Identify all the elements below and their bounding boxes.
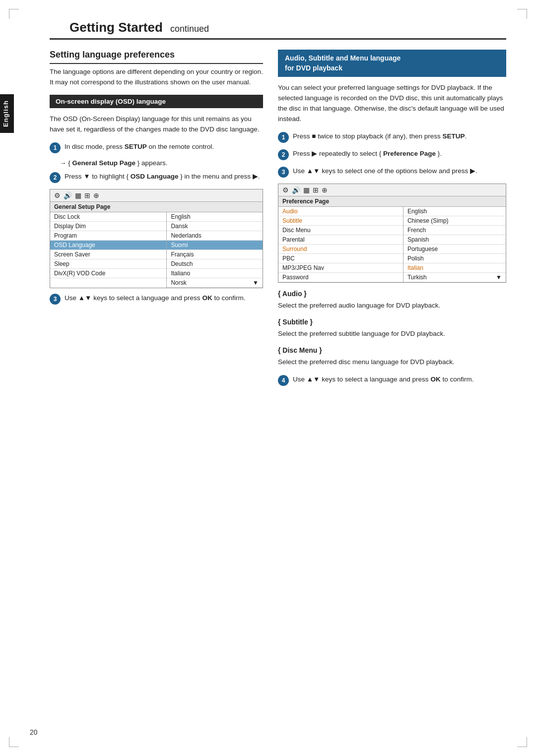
left-step-2: 2 Press ▼ to highlight { OSD Language } … xyxy=(50,172,263,183)
pref-row-password: Password xyxy=(278,273,403,282)
disc-menu-subsection-text: Select the preferred disc menu language … xyxy=(278,357,506,368)
pref-val-english: English xyxy=(403,207,506,216)
table-row: Deutsch xyxy=(167,259,263,269)
pref-val-spanish: Spanish xyxy=(403,235,506,245)
step-num-1: 1 xyxy=(50,142,61,153)
table-row: English xyxy=(167,212,263,222)
pref-val-chinese: Chinese (Simp) xyxy=(403,216,506,226)
pref-row-parental: Parental xyxy=(278,235,403,245)
right-step-num-2: 2 xyxy=(278,149,289,160)
osd-section-header: On-screen display (OSD) language xyxy=(50,95,263,108)
left-step-1: 1 In disc mode, press SETUP on the remot… xyxy=(50,142,263,153)
page-title: Getting Started continued xyxy=(50,20,209,35)
right-step-2: 2 Press ▶ repeatedly to select { Prefere… xyxy=(278,149,506,160)
table-row: Norsk ▼ xyxy=(167,278,263,288)
pref-table-left: Audio Subtitle Disc Menu Parental Surrou… xyxy=(278,207,403,282)
table-rows: Disc Lock Display Dim Program OSD Langua… xyxy=(50,212,263,288)
table-right-items: English Dansk Nederlands Suomi Français … xyxy=(167,212,263,288)
pref-icon-settings: ⚙ xyxy=(282,186,289,194)
audio-subsection-text: Select the preferred audio language for … xyxy=(278,301,506,311)
pref-val-french: French xyxy=(403,226,506,235)
left-intro-text: The language options are different depen… xyxy=(50,67,263,88)
left-step-3: 3 Use ▲▼ keys to select a language and p… xyxy=(50,293,263,305)
table-row: DivX(R) VOD Code xyxy=(50,269,166,278)
icon-settings: ⚙ xyxy=(54,191,61,199)
disc-menu-subsection-label: { Disc Menu } xyxy=(278,346,506,354)
right-step-3: 3 Use ▲▼ keys to select one of the optio… xyxy=(278,166,506,178)
pref-icon-grid2: ⊞ xyxy=(313,186,319,194)
pref-row-surround: Surround xyxy=(278,245,403,254)
pref-row-disc-menu: Disc Menu xyxy=(278,226,403,235)
pref-row-mp3: MP3/JPEG Nav xyxy=(278,263,403,273)
right-intro-text: You can select your preferred language s… xyxy=(278,83,506,125)
pref-icon-grid1: ▦ xyxy=(303,186,310,194)
left-column: Setting language preferences The languag… xyxy=(50,50,263,392)
pref-row-pbc: PBC xyxy=(278,254,403,263)
subtitle-subsection-label: { Subtitle } xyxy=(278,318,506,326)
pref-val-portuguese: Portuguese xyxy=(403,245,506,254)
table-row: Program xyxy=(50,231,166,241)
table-row-suomi: Suomi xyxy=(167,241,263,250)
right-column: Audio, Subtitle and Menu language for DV… xyxy=(278,50,506,392)
general-setup-label: General Setup Page xyxy=(50,202,263,212)
icon-plus: ⊕ xyxy=(93,191,99,199)
right-step-num-1: 1 xyxy=(278,132,289,143)
table-icons-row: ⚙ 🔊 ▦ ⊞ ⊕ xyxy=(50,189,263,202)
table-row: Nederlands xyxy=(167,231,263,241)
step-num-3: 3 xyxy=(50,294,61,305)
table-row: Sleep xyxy=(50,259,166,269)
pref-table-icons-row: ⚙ 🔊 ▦ ⊞ ⊕ xyxy=(278,184,506,196)
title-divider xyxy=(50,38,506,40)
table-row: Français xyxy=(167,250,263,259)
left-section-heading: Setting language preferences xyxy=(50,50,263,64)
pref-table: ⚙ 🔊 ▦ ⊞ ⊕ Preference Page Audio Subtitle… xyxy=(278,184,506,283)
osd-body-text: The OSD (On-Screen Display) language for… xyxy=(50,114,263,135)
pref-row-subtitle: Subtitle xyxy=(278,216,403,226)
arrow-bullet: → { General Setup Page } appears. xyxy=(60,159,263,167)
pref-val-turkish: Turkish ▼ xyxy=(403,273,506,282)
pref-table-right: English Chinese (Simp) French Spanish Po… xyxy=(403,207,506,282)
osd-table: ⚙ 🔊 ▦ ⊞ ⊕ General Setup Page Disc Lock D… xyxy=(50,189,263,288)
right-step-1: 1 Press ■ twice to stop playback (if any… xyxy=(278,131,506,143)
table-row: Display Dim xyxy=(50,222,166,231)
table-row: Screen Saver xyxy=(50,250,166,259)
pref-icon-audio: 🔊 xyxy=(292,186,300,194)
pref-val-italian: Italian xyxy=(403,263,506,273)
table-row: Disc Lock xyxy=(50,212,166,222)
icon-grid2: ⊞ xyxy=(84,191,90,199)
icon-grid1: ▦ xyxy=(75,191,81,199)
page-number: 20 xyxy=(30,728,38,736)
pref-setup-label: Preference Page xyxy=(278,196,506,207)
pref-table-rows: Audio Subtitle Disc Menu Parental Surrou… xyxy=(278,207,506,282)
table-row: Dansk xyxy=(167,222,263,231)
right-step-num-4: 4 xyxy=(278,375,289,386)
subtitle-subsection-text: Select the preferred subtitle language f… xyxy=(278,329,506,339)
table-row-osd: OSD Language xyxy=(50,241,166,250)
pref-val-polish: Polish xyxy=(403,254,506,263)
table-row: Italiano xyxy=(167,269,263,278)
pref-icon-plus: ⊕ xyxy=(322,186,328,194)
audio-subsection-label: { Audio } xyxy=(278,290,506,298)
step-num-2: 2 xyxy=(50,172,61,183)
right-section-header: Audio, Subtitle and Menu language for DV… xyxy=(278,50,506,77)
right-step-num-3: 3 xyxy=(278,167,289,178)
table-left-items: Disc Lock Display Dim Program OSD Langua… xyxy=(50,212,167,288)
right-step-4: 4 Use ▲▼ keys to select a language and p… xyxy=(278,375,506,386)
icon-audio: 🔊 xyxy=(64,191,72,199)
pref-row-audio: Audio xyxy=(278,207,403,216)
